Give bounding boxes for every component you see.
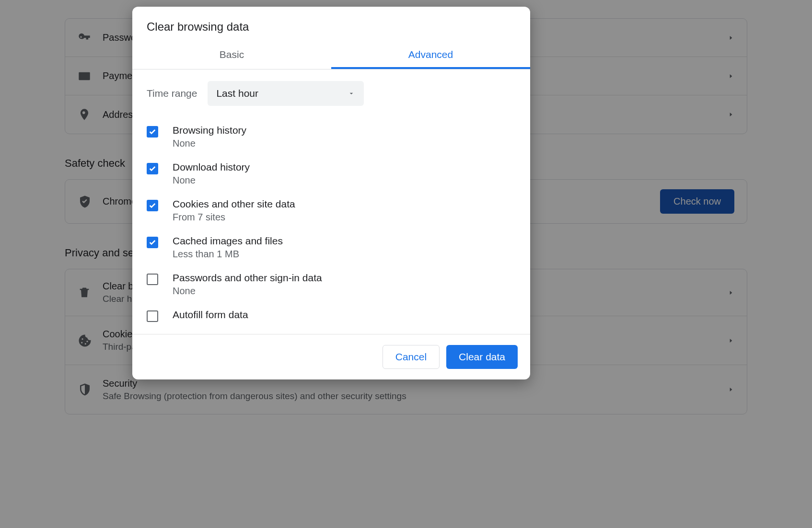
item-sub: Less than 1 MB [173, 249, 283, 260]
checkbox[interactable] [147, 310, 158, 322]
checkbox[interactable] [147, 237, 158, 248]
item-title: Browsing history [173, 125, 246, 136]
item-sub: None [173, 175, 250, 186]
time-range-row: Time range Last hour [147, 81, 516, 106]
dialog-tabs: Basic Advanced [132, 41, 530, 69]
chevron-down-icon [348, 90, 355, 97]
item-title: Autofill form data [173, 309, 248, 321]
checkbox[interactable] [147, 126, 158, 138]
item-title: Cookies and other site data [173, 198, 295, 210]
dialog-title: Clear browsing data [132, 7, 530, 41]
item-title: Download history [173, 161, 250, 173]
item-cached: Cached images and files Less than 1 MB [147, 229, 516, 266]
clear-data-button[interactable]: Clear data [446, 345, 518, 369]
checkbox[interactable] [147, 200, 158, 211]
time-range-value: Last hour [216, 88, 258, 99]
item-sub: None [173, 138, 246, 149]
tab-advanced[interactable]: Advanced [331, 41, 530, 69]
data-type-list: Browsing history None Download history N… [147, 118, 516, 328]
cancel-button[interactable]: Cancel [383, 345, 440, 369]
item-sub: From 7 sites [173, 212, 295, 223]
body-divider [132, 334, 530, 334]
tab-basic[interactable]: Basic [132, 41, 331, 69]
clear-browsing-data-dialog: Clear browsing data Basic Advanced Time … [132, 7, 530, 379]
item-sub: None [173, 286, 322, 297]
checkbox[interactable] [147, 163, 158, 174]
item-autofill: Autofill form data [147, 303, 516, 328]
time-range-label: Time range [147, 88, 197, 99]
item-cookies: Cookies and other site data From 7 sites [147, 192, 516, 229]
item-title: Passwords and other sign-in data [173, 272, 322, 284]
item-download-history: Download history None [147, 155, 516, 192]
checkbox[interactable] [147, 274, 158, 285]
dialog-body: Time range Last hour Browsing history No… [132, 69, 530, 334]
item-passwords: Passwords and other sign-in data None [147, 266, 516, 303]
dialog-footer: Cancel Clear data [132, 334, 530, 379]
time-range-select[interactable]: Last hour [208, 81, 364, 106]
item-browsing-history: Browsing history None [147, 118, 516, 155]
item-title: Cached images and files [173, 235, 283, 247]
